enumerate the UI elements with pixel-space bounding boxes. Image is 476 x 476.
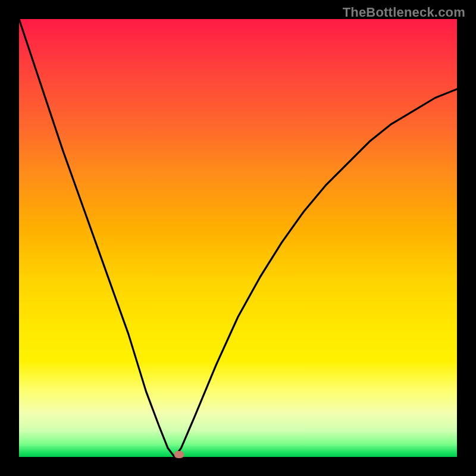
plot-area (19, 19, 457, 457)
bottleneck-curve (19, 19, 457, 457)
curve-path (19, 19, 457, 457)
minimum-marker (174, 451, 184, 458)
watermark-text: TheBottleneck.com (343, 5, 465, 20)
chart-frame: TheBottleneck.com (0, 0, 476, 476)
